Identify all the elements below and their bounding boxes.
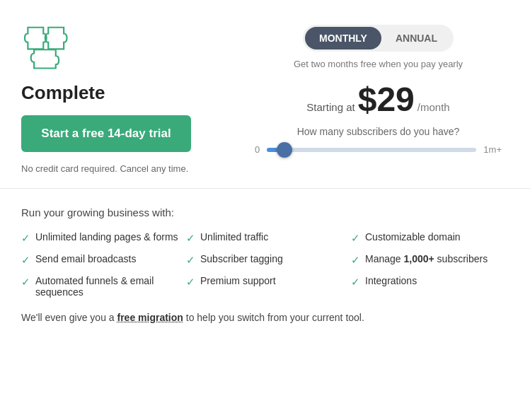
feature-subscriber-tagging: ✓ Subscriber tagging (186, 253, 344, 267)
feature-email-broadcasts: ✓ Send email broadcasts (21, 253, 179, 267)
check-icon-5: ✓ (186, 254, 195, 267)
right-panel: MONTHLY ANNUAL Get two months free when … (248, 21, 509, 174)
starting-at-label: Starting at (306, 101, 355, 113)
features-grid: ✓ Unlimited landing pages & forms ✓ Unli… (21, 231, 509, 298)
plan-name: Complete (21, 82, 234, 104)
check-icon-7: ✓ (21, 276, 30, 288)
feature-label-3: Customizable domain (365, 231, 461, 243)
check-icon-4: ✓ (21, 254, 30, 267)
check-icon-1: ✓ (21, 232, 30, 245)
feature-unlimited-traffic: ✓ Unlimited traffic (186, 231, 344, 245)
no-credit-label: No credit card required. Cancel any time… (21, 163, 234, 174)
free-months-text: Get two months free when you pay yearly (294, 59, 463, 69)
billing-toggle: MONTHLY ANNUAL (303, 25, 454, 52)
feature-label-4: Send email broadcasts (35, 253, 136, 264)
subscribers-question: How many subscribers do you have? (297, 126, 460, 137)
subscribers-slider[interactable] (267, 148, 476, 152)
features-intro: Run your growing business with: (21, 206, 509, 218)
monthly-toggle[interactable]: MONTHLY (305, 27, 381, 49)
feature-label-7: Automated funnels & email sequences (35, 275, 179, 298)
slider-min-label: 0 (255, 144, 260, 155)
feature-landing-pages: ✓ Unlimited landing pages & forms (21, 231, 179, 245)
check-icon-2: ✓ (186, 232, 195, 245)
feature-customizable-domain: ✓ Customizable domain (351, 231, 509, 245)
check-icon-8: ✓ (186, 276, 195, 288)
check-icon-9: ✓ (351, 276, 360, 288)
feature-manage-subscribers: ✓ Manage 1,000+ subscribers (351, 253, 509, 267)
migration-link: free migration (117, 312, 183, 323)
feature-label-9: Integrations (365, 275, 417, 286)
left-panel: Complete Start a free 14-day trial No cr… (21, 21, 234, 174)
puzzle-icon (21, 21, 78, 71)
annual-toggle[interactable]: ANNUAL (381, 27, 451, 49)
migration-suffix: to help you switch from your current too… (183, 312, 364, 323)
features-section: Run your growing business with: ✓ Unlimi… (0, 189, 530, 337)
price-value: $29 (358, 80, 415, 119)
feature-funnels: ✓ Automated funnels & email sequences (21, 275, 179, 298)
migration-text: We'll even give you a free migration to … (21, 312, 509, 323)
pricing-display: Starting at $29 /month (306, 80, 449, 119)
feature-label-6: Manage 1,000+ subscribers (365, 253, 488, 264)
feature-label-5: Subscriber tagging (200, 253, 283, 264)
slider-container: 0 1m+ (248, 144, 509, 155)
feature-label-2: Unlimited traffic (200, 231, 268, 243)
slider-max-label: 1m+ (483, 144, 502, 155)
check-icon-6: ✓ (351, 254, 360, 267)
feature-integrations: ✓ Integrations (351, 275, 509, 298)
check-icon-3: ✓ (351, 232, 360, 245)
feature-label-1: Unlimited landing pages & forms (35, 231, 178, 243)
migration-prefix: We'll even give you a (21, 312, 117, 323)
feature-premium-support: ✓ Premium support (186, 275, 344, 298)
price-period: /month (417, 101, 450, 113)
feature-label-8: Premium support (200, 275, 276, 286)
trial-button[interactable]: Start a free 14-day trial (21, 115, 191, 152)
